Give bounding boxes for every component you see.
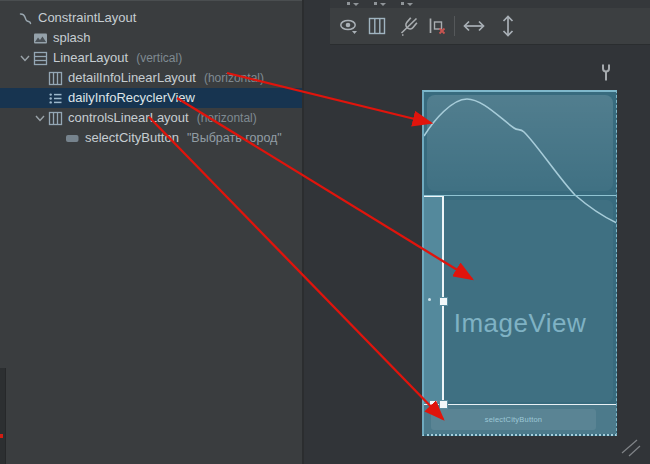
chevron-slot [32,70,48,86]
imageview-placeholder-label: ImageView [424,308,616,339]
controls-linear-layout[interactable]: selectCityButton [424,405,616,434]
tree-item-label: dailyInfoRecyclerView [68,88,195,108]
vertical-arrow-icon [498,14,518,38]
linear-layout-horizontal-icon [48,111,63,126]
clear-constraints-icon [426,15,448,37]
splash-curve-graphic [424,92,616,434]
chevron-slot [32,90,48,106]
switch-orientation-button[interactable] [364,13,390,39]
tree-item-label: detailInfoLinearLayout [68,68,196,88]
tree-item-dailyinforecyclerview[interactable]: dailyInfoRecyclerView [0,88,302,108]
tree-item-constraintlayout[interactable]: ConstraintLayout [0,8,302,28]
clipped-icon-dot [374,2,377,5]
clipped-icon-dot [401,2,404,5]
select-city-button-preview[interactable]: selectCityButton [431,409,596,430]
autoconnect-off-button[interactable] [396,13,422,39]
expand-vertically-button[interactable] [495,13,521,39]
toolbar-separator [454,16,455,36]
layout-editor: ConstraintLayout splash LinearLayout (ve… [0,0,650,464]
tree-item-orientation: (horizontal) [197,108,257,128]
clipped-caret-icon [380,3,386,6]
clipped-toolbar-strip [330,0,650,8]
layout-preview[interactable]: ImageView selectCityButton [422,90,617,436]
resize-corner-handle[interactable] [620,438,642,462]
columns-icon [367,16,387,36]
tree-item-linearlayout[interactable]: LinearLayout (vertical) [0,48,302,68]
selection-handle-bottom-center[interactable] [429,400,438,409]
component-tree-panel: ConstraintLayout splash LinearLayout (ve… [0,0,302,464]
recycler-view-icon [48,91,63,106]
tree-item-splash[interactable]: splash [0,28,302,48]
selection-handle-right-middle[interactable] [439,297,448,306]
clear-constraints-button[interactable] [424,13,450,39]
design-surface: ImageView selectCityButton [304,0,650,464]
clipped-icon-dot [347,2,350,5]
image-icon [33,31,48,46]
tree-item-label: LinearLayout [53,48,128,68]
linear-layout-horizontal-icon [48,71,63,86]
selection-handle-bottom-right[interactable] [439,400,448,409]
constraint-layout-icon [18,11,33,26]
bottom-left-panel-edge [0,368,6,464]
tree-item-label: splash [53,28,91,48]
selection-anchor-dot [428,298,431,301]
view-options-button[interactable] [336,13,362,39]
chevron-down-icon[interactable] [32,110,48,126]
tree-item-label: selectCityButton [85,128,179,148]
wrench-icon [599,63,613,87]
component-tree: ConstraintLayout splash LinearLayout (ve… [0,8,302,148]
button-icon [65,131,80,146]
horizontal-arrow-icon [462,16,486,36]
section-divider-line [424,195,616,196]
red-annotation-speck [0,434,3,438]
design-editor-toolbar [330,8,650,45]
eye-icon [338,15,360,37]
tree-item-orientation: (horizontal) [204,68,264,88]
chevron-slot [17,30,33,46]
tree-item-selectcitybutton[interactable]: selectCityButton "Выбрать город" [0,128,302,148]
tree-item-text-value: "Выбрать город" [187,128,282,148]
linear-layout-vertical-icon [33,51,48,66]
chevron-slot [2,10,18,26]
chevron-down-icon[interactable] [17,50,33,66]
chevron-slot [49,130,65,146]
tree-item-label: controlsLinearLayout [68,108,189,128]
expand-horizontally-button[interactable] [461,13,487,39]
clipped-caret-icon [407,3,413,6]
clipped-caret-icon [353,3,359,6]
magnet-slash-icon [398,15,420,37]
tree-item-controlslinearlayout[interactable]: controlsLinearLayout (horizontal) [0,108,302,128]
tree-item-label: ConstraintLayout [38,8,136,28]
tree-item-orientation: (vertical) [136,48,182,68]
tree-item-detailinfolinearlayout[interactable]: detailInfoLinearLayout (horizontal) [0,68,302,88]
